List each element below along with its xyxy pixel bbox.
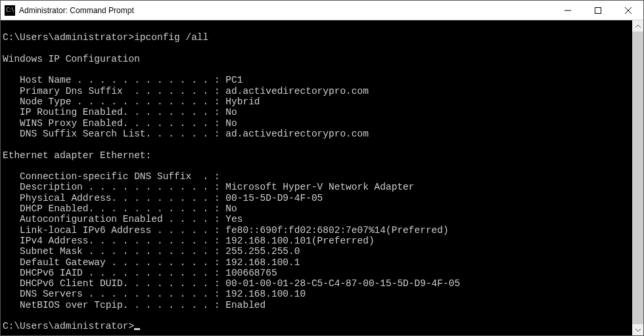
dhcp-enabled-value: No [225,203,237,214]
scroll-down-button[interactable] [632,324,643,335]
eth-line: Connection-specific DNS Suffix . : [3,171,225,182]
cfg-line: DNS Suffix Search List. . . . . . : ad.a… [3,129,369,139]
dns-search-value: ad.activedirectorypro.com [225,129,369,139]
cmd-icon: C:\ [5,5,15,16]
eth-line: Link-local IPv6 Address . . . . . : fe80… [3,225,449,236]
ipv4-address-value: 192.168.100.101(Preferred) [225,236,374,246]
window-controls [553,1,643,20]
scroll-track[interactable] [632,32,643,324]
eth-line: IPv4 Address. . . . . . . . . . . : 192.… [3,236,375,246]
close-button[interactable] [613,1,643,20]
scroll-up-button[interactable] [632,20,643,32]
cfg-line: IP Routing Enabled. . . . . . . . : No [3,107,237,117]
link-local-ipv6-value: fe80::690f:fd02:6802:7e07%14(Preferred) [225,225,448,236]
host-name-value: PC1 [225,75,242,85]
cfg-line: WINS Proxy Enabled. . . . . . . . : No [3,118,237,129]
ip-routing-value: No [225,107,237,117]
prompt-path: C:\Users\administrator> [3,321,134,331]
cursor [134,328,140,330]
physical-address-value: 00-15-5D-D9-4F-05 [225,193,323,203]
prompt-line: C:\Users\administrator>ipconfig /all [3,32,208,43]
chevron-down-icon [635,329,641,331]
cfg-line: Host Name . . . . . . . . . . . . : PC1 [3,75,242,85]
autoconf-value: Yes [225,214,242,224]
scroll-thumb[interactable] [632,32,643,324]
section-header: Ethernet adapter Ethernet: [3,150,151,161]
maximize-button[interactable] [583,1,613,20]
eth-line: Subnet Mask . . . . . . . . . . . : 255.… [3,246,300,257]
eth-line: Default Gateway . . . . . . . . . : 192.… [3,257,300,268]
terminal-output[interactable]: C:\Users\administrator>ipconfig /all Win… [1,20,632,335]
eth-line: DNS Servers . . . . . . . . . . . : 192.… [3,289,306,299]
description-value: Microsoft Hyper-V Network Adapter [225,182,414,192]
titlebar[interactable]: C:\ Administrator: Command Prompt [1,1,643,20]
minimize-button[interactable] [553,1,583,20]
eth-line: DHCP Enabled. . . . . . . . . . . : No [3,203,237,214]
prompt-path: C:\Users\administrator> [3,32,134,43]
eth-line: Physical Address. . . . . . . . . : 00-1… [3,193,323,203]
chevron-up-icon [635,25,641,28]
primary-dns-value: ad.activedirectorypro.com [225,86,369,96]
wins-proxy-value: No [225,118,237,129]
section-header: Windows IP Configuration [3,54,140,64]
default-gateway-value: 192.168.100.1 [225,257,300,268]
cfg-line: Node Type . . . . . . . . . . . . : Hybr… [3,96,260,107]
eth-line: DHCPv6 Client DUID. . . . . . . . : 00-0… [3,278,460,289]
dns-servers-value: 192.168.100.10 [225,289,306,299]
svg-rect-1 [595,7,601,13]
vertical-scrollbar[interactable] [632,20,643,335]
dhcpv6-duid-value: 00-01-00-01-28-C5-C4-87-00-15-5D-D9-4F-0… [225,278,460,289]
dhcpv6-iaid-value: 100668765 [225,268,277,278]
eth-line: Autoconfiguration Enabled . . . . : Yes [3,214,242,224]
node-type-value: Hybrid [225,96,260,107]
prompt-line[interactable]: C:\Users\administrator> [3,321,140,331]
minimize-icon [564,7,571,14]
command-prompt-window: C:\ Administrator: Command Prompt C:\Use… [0,0,644,336]
window-title: Administrator: Command Prompt [19,6,553,15]
maximize-icon [595,7,601,14]
netbios-value: Enabled [225,300,265,310]
content-wrap: C:\Users\administrator>ipconfig /all Win… [1,20,643,335]
eth-line: NetBIOS over Tcpip. . . . . . . . : Enab… [3,300,265,310]
cfg-line: Primary Dns Suffix . . . . . . . : ad.ac… [3,86,369,96]
eth-line: DHCPv6 IAID . . . . . . . . . . . : 1006… [3,268,277,278]
typed-command: ipconfig /all [134,32,208,43]
subnet-mask-value: 255.255.255.0 [225,246,300,257]
close-icon [625,7,632,14]
eth-line: Description . . . . . . . . . . . : Micr… [3,182,415,192]
